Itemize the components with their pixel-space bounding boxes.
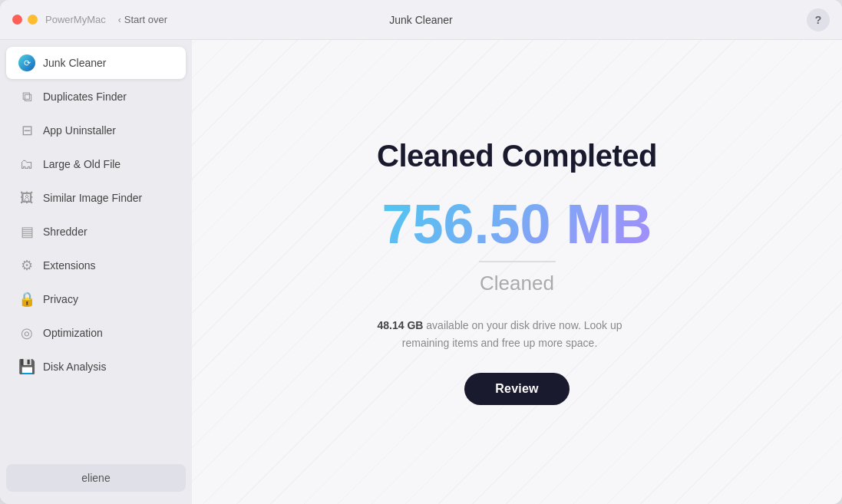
minimize-button[interactable]	[28, 15, 38, 25]
sidebar-item-label: Privacy	[43, 293, 78, 305]
sidebar-item-label: Disk Analysis	[43, 361, 106, 373]
large-old-file-icon: 🗂	[18, 156, 35, 173]
junk-cleaner-icon: ⟳	[18, 54, 35, 71]
sidebar-item-optimization[interactable]: ◎ Optimization	[6, 317, 186, 349]
title-bar: PowerMyMac ‹ Start over Junk Cleaner ?	[0, 0, 842, 40]
window-title: Junk Cleaner	[389, 14, 453, 26]
start-over-label: Start over	[124, 14, 167, 25]
disk-info: 48.14 GB available on your disk drive no…	[377, 317, 622, 351]
sidebar-item-label: Similar Image Finder	[43, 192, 142, 204]
app-name: PowerMyMac	[45, 14, 106, 25]
username-label: eliene	[81, 472, 110, 484]
user-profile[interactable]: eliene	[6, 464, 186, 492]
result-card: Cleaned Completed 756.50 MB Cleaned 48.1…	[346, 108, 688, 436]
sidebar-item-extensions[interactable]: ⚙ Extensions	[6, 249, 186, 282]
back-chevron-icon: ‹	[118, 15, 121, 25]
start-over-button[interactable]: ‹ Start over	[118, 14, 167, 25]
content-area: Cleaned Completed 756.50 MB Cleaned 48.1…	[192, 40, 842, 504]
duplicates-finder-icon: ⧉	[18, 88, 35, 105]
sidebar-item-large-old-file[interactable]: 🗂 Large & Old File	[6, 148, 186, 180]
review-button[interactable]: Review	[464, 373, 569, 405]
disk-size: 48.14 GB	[377, 319, 423, 331]
disk-info-text: available on your disk drive now. Look u…	[402, 319, 622, 348]
sidebar: ⟳ Junk Cleaner ⧉ Duplicates Finder ⊟ App…	[0, 40, 192, 504]
cleaned-title: Cleaned Completed	[377, 139, 657, 173]
privacy-icon: 🔒	[18, 291, 35, 308]
traffic-lights	[12, 15, 38, 25]
sidebar-item-disk-analysis[interactable]: 💾 Disk Analysis	[6, 351, 186, 383]
sidebar-item-label: Shredder	[43, 226, 88, 238]
disk-analysis-icon: 💾	[18, 358, 35, 375]
app-uninstaller-icon: ⊟	[18, 122, 35, 139]
sidebar-item-app-uninstaller[interactable]: ⊟ App Uninstaller	[6, 114, 186, 147]
app-window: PowerMyMac ‹ Start over Junk Cleaner ? ⟳…	[0, 0, 842, 504]
sidebar-item-junk-cleaner[interactable]: ⟳ Junk Cleaner	[6, 47, 186, 79]
sidebar-item-label: Extensions	[43, 259, 95, 272]
similar-image-finder-icon: 🖼	[18, 189, 35, 206]
main-area: ⟳ Junk Cleaner ⧉ Duplicates Finder ⊟ App…	[0, 40, 842, 504]
cleaned-amount: 756.50 MB	[377, 196, 657, 252]
sidebar-item-duplicates-finder[interactable]: ⧉ Duplicates Finder	[6, 81, 186, 113]
sidebar-item-similar-image-finder[interactable]: 🖼 Similar Image Finder	[6, 182, 186, 214]
extensions-icon: ⚙	[18, 257, 35, 274]
sidebar-item-label: Optimization	[43, 327, 103, 339]
sidebar-item-label: App Uninstaller	[43, 124, 116, 137]
cleaned-label: Cleaned	[377, 272, 657, 295]
close-button[interactable]	[12, 15, 22, 25]
divider	[479, 261, 556, 262]
sidebar-item-privacy[interactable]: 🔒 Privacy	[6, 283, 186, 315]
sidebar-item-label: Junk Cleaner	[43, 57, 107, 69]
optimization-icon: ◎	[18, 324, 35, 341]
sidebar-item-label: Duplicates Finder	[43, 91, 127, 103]
sidebar-item-label: Large & Old File	[43, 158, 121, 170]
shredder-icon: ▤	[18, 223, 35, 240]
help-button[interactable]: ?	[807, 8, 830, 31]
help-icon: ?	[815, 14, 822, 26]
sidebar-item-shredder[interactable]: ▤ Shredder	[6, 216, 186, 248]
